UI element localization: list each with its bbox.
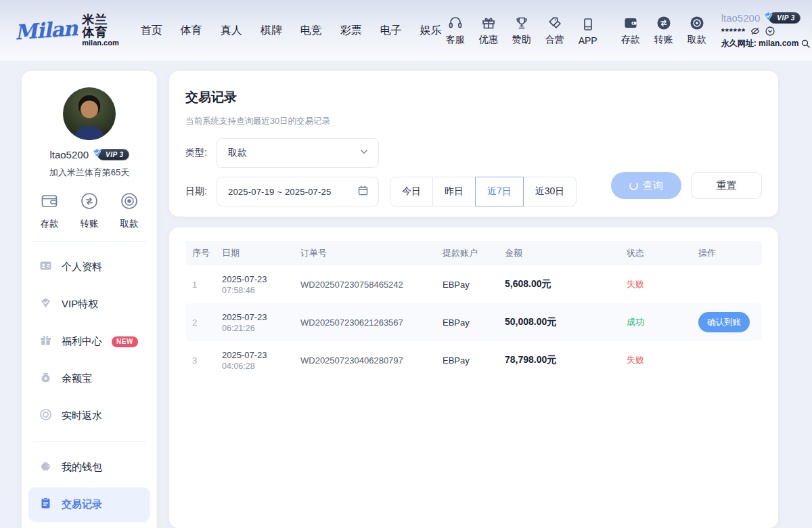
rebate-circle-icon xyxy=(39,408,52,424)
vip-gem-icon xyxy=(92,148,102,160)
withdraw-account: EBPay xyxy=(436,355,498,366)
reset-button[interactable]: 重置 xyxy=(691,172,762,199)
profile-username: ltao5200 xyxy=(49,149,89,160)
row-date: 2025-07-23 xyxy=(222,312,294,322)
calendar-icon xyxy=(357,185,369,199)
partner-link[interactable]: 合营 xyxy=(541,15,568,46)
top-header: Milan 米兰体育 milan.com 首页 体育 真人 棋牌 电竞 彩票 电… xyxy=(0,0,812,61)
range-7days-button[interactable]: 近7日 xyxy=(475,177,524,206)
status-badge: 成功 xyxy=(627,317,644,327)
transfer-icon xyxy=(656,15,672,31)
new-badge: NEW xyxy=(112,336,138,347)
sidebar: ltao5200 VIP 3 加入米兰体育第65天 存款 xyxy=(22,71,157,528)
logo-domain: milan.com xyxy=(82,39,118,47)
money-pouch-icon xyxy=(39,371,52,387)
date-range-presets: 今日 昨日 近7日 近30日 xyxy=(390,177,577,206)
magnifier-icon[interactable] xyxy=(800,39,811,49)
sidebar-item-rebate[interactable]: 实时返水 xyxy=(22,397,157,435)
col-date: 日期 xyxy=(215,247,294,259)
nav-item-slots[interactable]: 电子 xyxy=(380,24,402,38)
transfer-link[interactable]: 转账 xyxy=(650,15,677,46)
status-badge: 失败 xyxy=(627,279,644,289)
service-link[interactable]: 客服 xyxy=(442,15,469,46)
sponsor-link[interactable]: 赞助 xyxy=(508,15,535,46)
col-account: 提款账户 xyxy=(436,247,498,259)
query-button[interactable]: 查询 xyxy=(611,172,681,199)
wallet-icon xyxy=(623,15,639,31)
id-card-icon xyxy=(39,259,52,275)
table-row: 1 2025-07-23 07:58:46 WD2025072307584652… xyxy=(185,265,762,303)
table-row: 3 2025-07-23 04:06:28 WD2025072304062807… xyxy=(185,341,762,379)
headset-icon xyxy=(447,15,464,31)
transfer-outline-icon xyxy=(79,191,99,214)
sidebar-transfer-button[interactable]: 转账 xyxy=(79,191,99,230)
sidebar-item-bets[interactable]: 投注记录 xyxy=(22,523,157,528)
nav-item-entertainment[interactable]: 娱乐 xyxy=(420,24,442,38)
app-link[interactable]: APP xyxy=(574,16,602,46)
refresh-chevron-icon[interactable] xyxy=(765,26,775,37)
order-number: WD202507230758465242 xyxy=(294,280,436,290)
type-label: 类型: xyxy=(185,147,217,159)
joined-days-label: 加入米兰体育第65天 xyxy=(22,167,157,179)
eye-slash-icon[interactable] xyxy=(750,26,761,37)
sidebar-item-profile[interactable]: 个人资料 xyxy=(22,248,157,286)
amount: 5,608.00元 xyxy=(498,278,620,290)
nav-item-live[interactable]: 真人 xyxy=(221,24,242,38)
row-time: 06:21:26 xyxy=(222,324,294,333)
col-status: 状态 xyxy=(620,247,692,259)
withdraw-outline-icon xyxy=(119,191,139,214)
vip-badge: VIP 3 xyxy=(763,12,800,24)
sidebar-item-yuebao[interactable]: 余额宝 xyxy=(22,360,157,397)
page-title: 交易记录 xyxy=(185,89,762,106)
nav-item-esports[interactable]: 电竞 xyxy=(300,24,322,38)
sidebar-deposit-button[interactable]: 存款 xyxy=(39,191,60,230)
nav-item-lottery[interactable]: 彩票 xyxy=(340,24,362,38)
status-badge: 失败 xyxy=(627,355,644,365)
nav-item-chess[interactable]: 棋牌 xyxy=(261,24,282,38)
range-today-button[interactable]: 今日 xyxy=(390,177,433,206)
profile-vip-badge: VIP 3 xyxy=(92,148,129,160)
order-number: WD202507230406280797 xyxy=(294,355,436,366)
piggy-bank-icon xyxy=(39,460,52,475)
profile-avatar[interactable] xyxy=(63,87,116,140)
gem-icon xyxy=(39,296,52,312)
range-30days-button[interactable]: 近30日 xyxy=(523,177,577,206)
header-user-block: ltao5200 VIP 3 ****** xyxy=(721,12,808,49)
date-range-input[interactable]: 2025-07-19 ~ 2025-07-25 xyxy=(217,177,379,206)
wallet-outline-icon xyxy=(39,191,60,214)
row-time: 07:58:46 xyxy=(222,286,294,295)
range-yesterday-button[interactable]: 昨日 xyxy=(432,177,476,206)
header-username[interactable]: ltao5200 xyxy=(721,12,761,24)
phone-icon xyxy=(580,16,596,32)
chevron-down-icon xyxy=(359,147,369,159)
withdraw-account: EBPay xyxy=(436,280,498,290)
sidebar-item-transactions[interactable]: 交易记录 xyxy=(28,487,150,522)
sidebar-item-welfare[interactable]: 福利中心 NEW xyxy=(22,323,157,360)
transactions-table-card: 序号 日期 订单号 提款账户 金额 状态 操作 1 2025-07-23 07:… xyxy=(169,227,778,528)
nav-item-home[interactable]: 首页 xyxy=(141,24,162,38)
sidebar-item-vip[interactable]: VIP特权 xyxy=(22,286,157,323)
withdraw-link[interactable]: 取款 xyxy=(683,15,710,46)
nav-item-sports[interactable]: 体育 xyxy=(181,24,202,38)
trophy-icon xyxy=(514,15,530,31)
type-select[interactable]: 取款 xyxy=(217,138,379,168)
amount: 78,798.00元 xyxy=(498,354,620,366)
col-action: 操作 xyxy=(692,247,762,259)
withdraw-icon xyxy=(689,15,705,31)
permanent-url-label: 永久网址: milan.com xyxy=(721,38,799,49)
order-number: WD202507230621263567 xyxy=(294,317,436,328)
sidebar-withdraw-button[interactable]: 取款 xyxy=(119,191,139,230)
confirm-receipt-button[interactable]: 确认到账 xyxy=(698,312,750,332)
deposit-link[interactable]: 存款 xyxy=(617,15,644,46)
site-logo[interactable]: Milan 米兰体育 milan.com xyxy=(15,14,119,47)
row-date: 2025-07-23 xyxy=(222,274,294,284)
promo-link[interactable]: 优惠 xyxy=(475,15,502,46)
row-time: 04:06:28 xyxy=(222,361,294,371)
table-row: 2 2025-07-23 06:21:26 WD2025072306212635… xyxy=(185,303,762,341)
gift-solid-icon xyxy=(39,334,52,349)
table-header-row: 序号 日期 订单号 提款账户 金额 状态 操作 xyxy=(185,241,762,265)
header-quick-links: 客服 优惠 xyxy=(442,15,710,46)
sidebar-item-wallet[interactable]: 我的钱包 xyxy=(22,449,157,486)
vip-gem-icon xyxy=(763,12,773,24)
transaction-doc-icon xyxy=(39,497,52,512)
